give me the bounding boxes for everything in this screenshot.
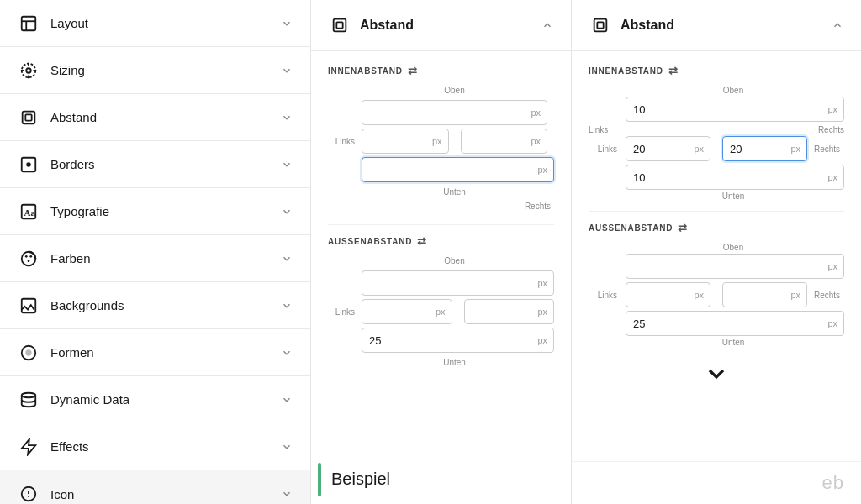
right-aussen-rechts-wrapper: px [722, 282, 807, 307]
aussen-top-row: px [328, 270, 554, 296]
right-innen-middle-row: Links px px Rechts [589, 136, 844, 161]
svg-point-13 [29, 255, 32, 257]
sidebar-item-typografie[interactable]: Aa Typografie [0, 188, 310, 235]
right-innen-unten-label: Unten [722, 192, 745, 201]
right-link-icon-aussen: ⇄ [678, 222, 688, 234]
innen-links-label: Links [328, 137, 358, 146]
sidebar-item-formen[interactable]: Formen [0, 329, 310, 376]
innen-links-wrapper: px [362, 129, 449, 154]
example-bar [318, 463, 321, 496]
formen-icon [17, 341, 40, 365]
innen-unten-wrapper: px [362, 157, 554, 182]
right-innen-top-row: px [589, 97, 844, 122]
right-innen-rechts-input[interactable] [722, 136, 807, 161]
chevron-up-icon-right[interactable] [831, 18, 844, 32]
chevron-down-large[interactable] [589, 354, 844, 394]
right-innen-links-input[interactable] [626, 136, 710, 161]
chevron-down-icon-icon [280, 487, 293, 501]
innenabstand-grid: Oben px Links px px [328, 86, 554, 197]
sidebar-item-layout[interactable]: Layout [0, 0, 310, 47]
farben-icon [17, 247, 40, 270]
sidebar: Layout Sizing [0, 0, 311, 504]
innen-rechts-wrapper: px [461, 129, 548, 154]
aussen-oben-wrapper: px [362, 270, 554, 296]
effects-icon [17, 435, 40, 459]
right-panel-title: Abstand [621, 18, 674, 33]
sidebar-item-icon[interactable]: Icon [0, 470, 310, 504]
svg-point-18 [22, 392, 36, 397]
aussen-rechts-input[interactable] [464, 299, 555, 324]
sidebar-item-effects[interactable]: Effects [0, 423, 310, 470]
sidebar-item-borders[interactable]: Borders [0, 141, 310, 188]
aussen-oben-input[interactable] [362, 270, 554, 296]
chevron-down-icon [280, 17, 293, 30]
aussen-rechts-wrapper: px [464, 299, 555, 324]
bottom-logo: eb [572, 461, 861, 504]
right-aussen-rechts-input[interactable] [722, 282, 807, 307]
right-aussen-unten-label: Unten [722, 338, 745, 347]
right-aussen-oben-label: Oben [723, 243, 743, 252]
sidebar-item-backgrounds[interactable]: Backgrounds [0, 282, 310, 329]
sidebar-item-farben[interactable]: Farben [0, 235, 310, 282]
dynamic-data-icon [17, 388, 40, 412]
right-innen-oben-wrapper: px [626, 97, 844, 122]
sidebar-item-sizing[interactable]: Sizing [0, 47, 310, 94]
icon-icon [17, 482, 40, 504]
middle-panel-title: Abstand [360, 18, 414, 33]
innen-middle-row: Links px px [328, 129, 554, 154]
aussen-bottom-row: px [328, 328, 554, 353]
logo-text: eb [822, 472, 844, 494]
aussen-unten-input[interactable] [362, 328, 554, 353]
middle-panel-header: Abstand [311, 0, 571, 51]
innen-links-input[interactable] [362, 129, 449, 154]
innenabstand-label: INNENABSTAND ⇄ [328, 65, 554, 77]
chevron-down-icon-dynamic-data [280, 393, 293, 407]
chevron-up-icon-middle[interactable] [541, 18, 554, 32]
sidebar-item-label-farben: Farben [50, 251, 91, 265]
right-innen-bottom-row: px [589, 165, 844, 190]
chevron-down-icon-typografie [280, 205, 293, 218]
sidebar-item-label-typografie: Typografie [50, 204, 109, 218]
right-aussenabstand-label: AUSSENABSTAND ⇄ [589, 222, 844, 234]
abstand-icon-right [589, 13, 612, 37]
innen-oben-label: Oben [328, 86, 554, 95]
aussenabstand-grid: Oben px Links px px [328, 256, 554, 367]
right-innen-rechts-wrapper: px [722, 136, 807, 161]
sidebar-item-dynamic-data[interactable]: Dynamic Data [0, 376, 310, 423]
middle-panel-content: INNENABSTAND ⇄ Oben px Links px [311, 51, 571, 387]
right-innenabstand-label: INNENABSTAND ⇄ [589, 65, 844, 77]
svg-text:Aa: Aa [24, 207, 36, 217]
innen-oben-wrapper: px [362, 100, 547, 125]
right-innen-unten-input[interactable] [626, 165, 844, 190]
sidebar-item-label-layout: Layout [50, 16, 88, 30]
right-aussen-unten-wrapper: px [626, 311, 844, 336]
right-innen-links-wrapper: px [626, 136, 710, 161]
innen-unten-label: Unten [328, 187, 554, 197]
svg-rect-6 [25, 114, 31, 120]
innen-unten-input[interactable] [362, 157, 554, 182]
innen-oben-input[interactable] [362, 100, 547, 125]
aussenabstand-label: AUSSENABSTAND ⇄ [328, 235, 554, 248]
right-link-icon-innen: ⇄ [668, 65, 679, 77]
right-aussen-unten-input[interactable] [626, 311, 844, 336]
right-aussen-oben-input[interactable] [626, 254, 844, 279]
right-aussen-links-input[interactable] [626, 282, 710, 307]
right-links-label-text: Links [589, 144, 622, 154]
sidebar-item-abstand[interactable]: Abstand [0, 94, 310, 141]
svg-point-3 [26, 68, 31, 73]
innen-rechts-input[interactable] [461, 129, 548, 154]
abstand-icon [17, 106, 40, 129]
sidebar-item-label-abstand: Abstand [50, 110, 97, 124]
layout-icon [17, 12, 40, 35]
right-rechts-label-text: Rechts [811, 144, 844, 154]
innen-bottom-row: px [328, 157, 554, 182]
sidebar-item-label-sizing: Sizing [50, 63, 85, 77]
right-aussen-rechts-text: Rechts [811, 291, 844, 300]
svg-rect-23 [334, 19, 346, 32]
aussen-links-input[interactable] [362, 299, 452, 324]
chevron-down-icon-formen [280, 346, 293, 360]
middle-panel: Abstand INNENABSTAND ⇄ Oben px Links [311, 0, 572, 504]
right-innen-oben-input[interactable] [626, 97, 844, 122]
right-aussen-bottom-row: px [589, 311, 844, 336]
right-innen-rechts-text: Rechts [818, 125, 844, 134]
